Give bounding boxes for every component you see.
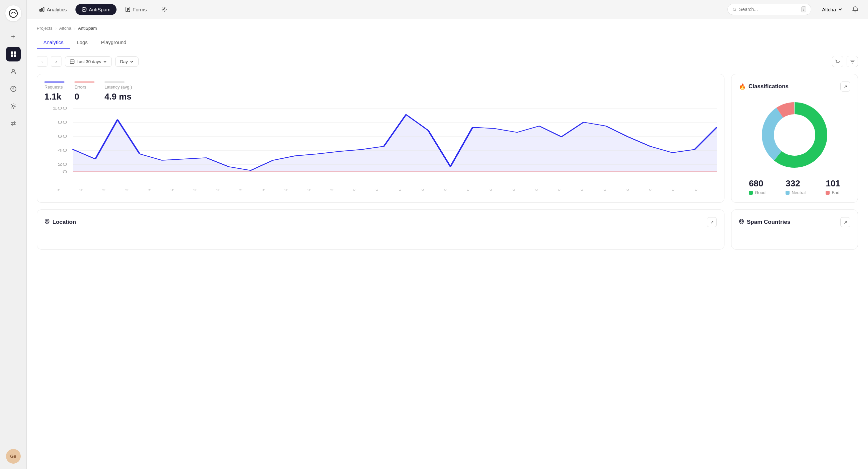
bottom-row: Location ↗ Spam Countries <box>37 209 858 250</box>
refresh-button[interactable] <box>832 56 843 67</box>
add-button[interactable]: + <box>6 29 21 44</box>
page-content: Projects › Altcha › AntiSpam Analytics L… <box>27 19 868 469</box>
nav-tab-forms[interactable]: Forms <box>119 4 153 15</box>
spam-location-icon <box>739 219 744 226</box>
legend-requests: Requests 1.1k <box>44 82 64 102</box>
search-input[interactable] <box>739 7 799 12</box>
sidebar-item-settings[interactable] <box>6 99 21 114</box>
svg-point-17 <box>733 8 736 10</box>
filter-icon <box>850 59 855 64</box>
svg-text:€: € <box>12 87 14 91</box>
date-range-picker[interactable]: Last 30 days <box>65 56 112 67</box>
spam-countries-header: Spam Countries ↗ <box>739 217 850 227</box>
search-bar: / <box>727 4 811 15</box>
granularity-picker[interactable]: Day <box>115 56 138 67</box>
tab-analytics[interactable]: Analytics <box>37 36 70 49</box>
filter-bar: ‹ › Last 30 days Day <box>37 56 858 67</box>
svg-rect-9 <box>40 9 41 11</box>
location-title: Location <box>44 219 76 226</box>
notifications-bell[interactable] <box>849 3 861 16</box>
breadcrumb: Projects › Altcha › AntiSpam <box>37 26 858 31</box>
filter-button[interactable] <box>847 56 858 67</box>
tab-playground[interactable]: Playground <box>94 36 133 49</box>
expand-spam-countries[interactable]: ↗ <box>840 217 850 227</box>
svg-point-38 <box>46 220 48 222</box>
svg-point-39 <box>741 220 742 222</box>
spam-countries-title: Spam Countries <box>739 219 790 226</box>
main-area: Analytics AntiSpam Forms <box>27 0 868 469</box>
sidebar-item-transfers[interactable] <box>6 116 21 131</box>
donut-chart <box>758 98 831 172</box>
classifications-header: 🔥 Classifications ↗ <box>739 82 850 91</box>
chevron-down-icon-gran <box>130 60 133 63</box>
fire-icon: 🔥 <box>739 83 746 90</box>
nav-tab-analytics[interactable]: Analytics <box>33 4 73 15</box>
top-navigation: Analytics AntiSpam Forms <box>27 0 868 19</box>
svg-line-18 <box>735 10 736 11</box>
svg-point-16 <box>163 9 164 10</box>
sidebar-item-grid[interactable] <box>6 47 21 61</box>
search-icon <box>733 7 737 12</box>
errors-line <box>74 82 94 83</box>
chart-legend: Requests 1.1k Errors 0 Latency (avg.) 4.… <box>44 82 717 102</box>
svg-rect-19 <box>70 60 74 63</box>
svg-rect-1 <box>11 52 13 54</box>
stat-bad: 101 Bad <box>826 178 840 195</box>
classifications-card: 🔥 Classifications ↗ <box>731 74 858 203</box>
prev-arrow[interactable]: ‹ <box>37 56 48 67</box>
location-card: Location ↗ <box>37 209 724 250</box>
requests-line <box>44 82 64 83</box>
sidebar-item-billing[interactable]: € <box>6 82 21 96</box>
svg-text:0: 0 <box>62 170 67 174</box>
nav-tab-gear[interactable] <box>156 4 173 15</box>
svg-text:40: 40 <box>57 148 67 152</box>
app-logo[interactable] <box>5 5 21 21</box>
tab-logs[interactable]: Logs <box>70 36 94 49</box>
good-dot <box>749 191 753 195</box>
svg-rect-3 <box>11 54 13 57</box>
classifications-title: 🔥 Classifications <box>739 83 788 90</box>
neutral-dot <box>785 191 789 195</box>
user-avatar[interactable]: Ge <box>6 449 21 464</box>
chevron-down-icon <box>838 7 843 12</box>
x-labels-row: Sep 18Sep 19Sep 20Sep 21Sep 22Sep 23Sep … <box>56 189 717 193</box>
svg-text:100: 100 <box>53 107 67 110</box>
svg-text:20: 20 <box>57 163 67 166</box>
svg-text:60: 60 <box>57 134 67 138</box>
legend-errors: Errors 0 <box>74 82 94 102</box>
expand-location[interactable]: ↗ <box>707 217 717 227</box>
legend-latency: Latency (avg.) 4.9 ms <box>104 82 132 102</box>
classification-stats: 680 Good 332 Neutral 1 <box>739 178 850 195</box>
spam-countries-card: Spam Countries ↗ <box>731 209 858 250</box>
svg-point-8 <box>12 105 14 107</box>
chevron-down-icon-date <box>103 60 107 63</box>
svg-rect-4 <box>14 54 16 57</box>
dashboard-grid: Requests 1.1k Errors 0 Latency (avg.) 4.… <box>37 74 858 203</box>
stat-neutral: 332 Neutral <box>785 178 806 195</box>
nav-tab-antispam[interactable]: AntiSpam <box>75 4 117 15</box>
location-icon <box>44 219 50 226</box>
page-tabs: Analytics Logs Playground <box>37 36 858 49</box>
svg-rect-11 <box>43 7 44 11</box>
svg-point-5 <box>12 69 14 72</box>
sidebar: + € Ge <box>0 0 27 469</box>
sidebar-item-users[interactable] <box>6 64 21 79</box>
svg-rect-10 <box>41 8 42 11</box>
svg-point-0 <box>9 9 18 18</box>
svg-text:80: 80 <box>57 120 67 124</box>
location-header: Location ↗ <box>44 217 717 227</box>
user-menu[interactable]: Altcha <box>818 5 847 14</box>
stat-good: 680 Good <box>749 178 766 195</box>
svg-rect-2 <box>14 52 16 54</box>
bad-dot <box>826 191 830 195</box>
chart-area: 100 80 60 40 20 0 <box>44 107 717 187</box>
next-arrow[interactable]: › <box>51 56 61 67</box>
kbd-hint: / <box>801 6 806 12</box>
donut-chart-container <box>739 98 850 172</box>
line-chart-svg: 100 80 60 40 20 0 <box>44 107 717 177</box>
refresh-icon <box>835 59 840 64</box>
chart-card: Requests 1.1k Errors 0 Latency (avg.) 4.… <box>37 74 724 203</box>
expand-classifications[interactable]: ↗ <box>840 82 850 91</box>
calendar-icon <box>70 59 74 64</box>
latency-line <box>104 82 125 83</box>
